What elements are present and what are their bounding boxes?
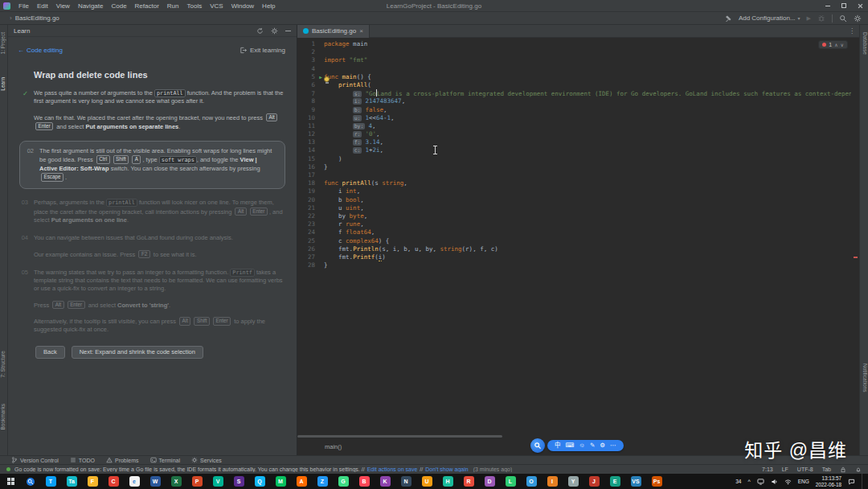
code-line[interactable]: 10 u: 1<<64-1, (297, 114, 851, 122)
code-line[interactable]: 22 by byte, (297, 212, 851, 220)
readonly-lock-icon[interactable] (840, 466, 846, 473)
caret-position[interactable]: 7:13 (762, 466, 773, 472)
code-line[interactable]: 26 fmt.Println(s, i, b, u, by, string(r)… (297, 245, 851, 253)
file-encoding[interactable]: UTF-8 (797, 466, 813, 472)
horizontal-scrollbar[interactable] (297, 435, 502, 438)
code-line[interactable]: 20 b bool, (297, 196, 851, 204)
ime-button[interactable]: ⌨ (566, 440, 575, 451)
code-line[interactable]: 12 r: '0', (297, 130, 851, 138)
menu-tools[interactable]: Tools (183, 2, 207, 10)
back-to-lessons-link[interactable]: ← Code editing (18, 47, 63, 54)
taskbar-app-icon[interactable]: A (291, 474, 312, 489)
taskbar-app-icon[interactable]: Ta (61, 474, 82, 489)
taskbar-app-icon[interactable]: H (437, 474, 458, 489)
taskbar-app-icon[interactable]: Z (312, 474, 333, 489)
minimize-button[interactable] (820, 0, 836, 11)
code-line[interactable]: 14 c: 1+2i, (297, 146, 851, 154)
close-button[interactable] (852, 0, 868, 11)
exit-learning-button[interactable]: Exit learning (240, 47, 285, 54)
menu-view[interactable]: View (52, 2, 74, 10)
taskbar-app-icon[interactable]: B (354, 474, 375, 489)
taskbar-app-icon[interactable]: S (228, 474, 249, 489)
taskbar-app-icon[interactable]: F (82, 474, 103, 489)
taskbar-app-icon[interactable]: R (458, 474, 479, 489)
tab-overflow-icon[interactable]: ⋮ (845, 27, 859, 35)
taskbar-app-icon[interactable]: E (604, 474, 625, 489)
notifications-bell-icon[interactable] (855, 466, 862, 473)
debug-bug-icon[interactable] (817, 14, 825, 23)
add-configuration-button[interactable]: Add Configuration... ▾ (739, 14, 800, 22)
menu-refactor[interactable]: Refactor (131, 2, 163, 10)
code-line[interactable]: 24 f float64, (297, 228, 851, 236)
taskbar-app-icon[interactable]: V (207, 474, 228, 489)
code-line[interactable]: 13 f: 3.14, (297, 138, 851, 146)
tool-todo[interactable]: TODO (70, 457, 95, 463)
editor-scrollbar[interactable] (851, 38, 859, 438)
code-line[interactable]: 17 (297, 171, 851, 179)
code-line[interactable]: 27 fmt.Printf(i) (297, 253, 851, 261)
start-button[interactable] (0, 474, 21, 489)
run-gutter-icon[interactable]: ▶ (317, 73, 324, 81)
menu-help[interactable]: Help (258, 2, 279, 10)
tool-stripe-button-learn[interactable]: Learn (0, 75, 7, 93)
ime-button[interactable]: ✎ (590, 440, 595, 451)
panel-settings-gear-icon[interactable] (271, 27, 278, 35)
taskbar-app-icon[interactable]: C (103, 474, 124, 489)
language-indicator[interactable]: ENG (798, 479, 809, 484)
taskbar-search-button[interactable] (21, 474, 40, 489)
tool-stripe-button-notifications[interactable]: Notifications (860, 361, 868, 394)
taskbar-app-icon[interactable]: e (124, 474, 145, 489)
code-line[interactable]: 19 i int, (297, 187, 851, 195)
taskbar-app-icon[interactable]: Ps (646, 474, 667, 489)
taskbar-app-icon[interactable]: D (479, 474, 500, 489)
code-line[interactable]: 11 by: 4, (297, 122, 851, 130)
editor-tab-basicediting[interactable]: BasicEditing.go × (297, 25, 370, 38)
code-line[interactable]: 5▶func main() { (297, 73, 851, 81)
build-hammer-icon[interactable] (724, 14, 732, 23)
menu-vcs[interactable]: VCS (206, 2, 227, 10)
tool-terminal[interactable]: Terminal (150, 457, 180, 463)
taskbar-clock[interactable]: 13:13:57 2022-06-18 (816, 475, 841, 487)
maximize-button[interactable] (836, 0, 852, 11)
error-stripe-mark[interactable] (854, 257, 858, 258)
taskbar-app-icon[interactable]: Q (249, 474, 270, 489)
tool-stripe-button--project[interactable]: 1: Project (0, 30, 7, 56)
taskbar-app-icon[interactable]: J (583, 474, 604, 489)
next-lesson-button[interactable]: Next: Expand and shrink the code selecti… (72, 346, 203, 359)
code-line[interactable]: 7 s: "GoLand is a cross-platform integra… (297, 89, 851, 97)
taskbar-app-icon[interactable]: VS (625, 474, 646, 489)
tool-problems[interactable]: Problems (106, 457, 139, 463)
display-icon[interactable] (757, 479, 764, 485)
code-line[interactable]: 3 import "fmt" (297, 56, 851, 64)
code-line[interactable]: 23 r rune, (297, 220, 851, 228)
menu-window[interactable]: Window (227, 2, 258, 10)
taskbar-app-icon[interactable]: L (500, 474, 521, 489)
edit-actions-link[interactable]: Edit actions on save (367, 466, 418, 472)
taskbar-app-icon[interactable]: Y (563, 474, 583, 489)
hide-panel-icon[interactable] (285, 31, 291, 31)
breadcrumb-file[interactable]: BasicEditing.go (15, 14, 59, 22)
menu-code[interactable]: Code (107, 2, 130, 10)
search-everywhere-icon[interactable] (839, 14, 847, 23)
intention-bulb-icon[interactable] (324, 76, 330, 84)
breadcrumb-function[interactable]: main() (325, 443, 342, 450)
tray-chevron-icon[interactable]: ^ (747, 479, 750, 484)
code-line[interactable]: 6 printAll( (297, 81, 851, 89)
dont-show-again-link[interactable]: Don't show again (425, 466, 468, 472)
code-line[interactable]: 16 } (297, 163, 851, 171)
indent-style[interactable]: Tab (822, 466, 831, 472)
volume-icon[interactable] (771, 479, 778, 485)
code-line[interactable]: 2 (297, 48, 851, 56)
taskbar-app-icon[interactable]: O (521, 474, 542, 489)
code-line[interactable]: 1 package main (297, 40, 851, 48)
ime-logo-icon[interactable] (530, 438, 545, 453)
taskbar-app-icon[interactable]: M (270, 474, 291, 489)
menu-file[interactable]: File (14, 2, 33, 10)
ime-button[interactable]: ⋯ (610, 440, 616, 451)
menu-edit[interactable]: Edit (33, 2, 52, 10)
taskbar-app-icon[interactable]: X (166, 474, 186, 489)
tab-close-icon[interactable]: × (359, 27, 363, 35)
taskbar-app-icon[interactable]: K (375, 474, 395, 489)
tool-services[interactable]: Services (191, 457, 222, 463)
action-center-icon[interactable] (848, 479, 855, 485)
